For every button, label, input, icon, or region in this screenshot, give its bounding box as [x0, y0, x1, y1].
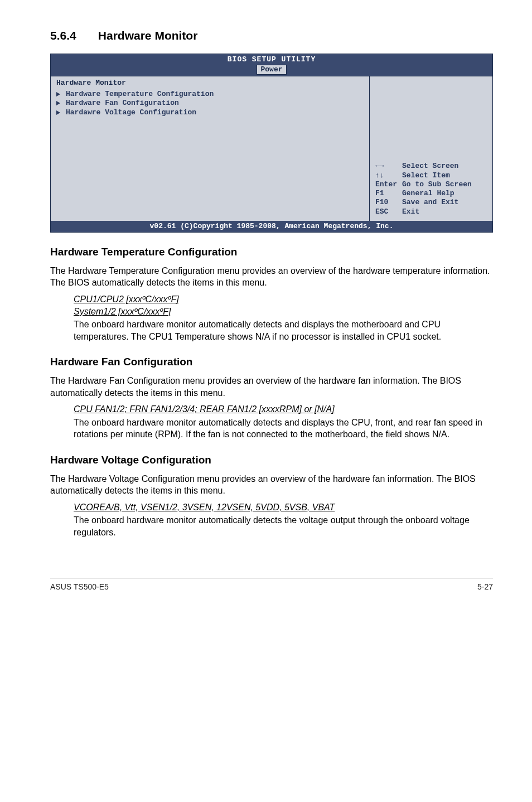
- bios-menu-item: Hardware Fan Configuration: [56, 99, 365, 108]
- bios-tab-power: Power: [257, 65, 286, 75]
- help-key: F10: [375, 198, 402, 207]
- subheading-htc: Hardware Temperature Configuration: [50, 245, 493, 259]
- bios-menu-label: Hardware Fan Configuration: [66, 99, 179, 108]
- help-text: Select Item: [402, 171, 450, 180]
- footer-left: ASUS TS500-E5: [50, 582, 109, 592]
- help-key: Enter: [375, 180, 402, 189]
- paragraph: The Hardware Voltage Configuration menu …: [50, 473, 493, 497]
- bios-help-line: ←→Select Screen: [375, 162, 487, 171]
- bios-menu-list: Hardware Temperature Configuration Hardw…: [51, 89, 369, 122]
- bios-screenshot: BIOS SETUP UTILITY Power Hardware Monito…: [50, 54, 493, 233]
- bios-help-line: F1General Help: [375, 189, 487, 198]
- param-line: VCOREA/B, Vtt, VSEN1/2, 3VSEN, 12VSEN, 5…: [74, 501, 493, 514]
- submenu-arrow-icon: [56, 92, 60, 96]
- help-text: Go to Sub Screen: [402, 180, 472, 189]
- section-title: Hardware Monitor: [98, 29, 198, 42]
- param-line: System1/2 [xxxºC/xxxºF]: [74, 306, 493, 318]
- bios-copyright: v02.61 (C)Copyright 1985-2008, American …: [51, 221, 492, 232]
- footer-right: 5-27: [477, 582, 493, 592]
- submenu-arrow-icon: [56, 101, 60, 105]
- bios-left-pane: Hardware Monitor Hardware Temperature Co…: [51, 76, 370, 221]
- bios-menu-label: Hardware Temperature Configuration: [66, 90, 214, 99]
- paragraph: The onboard hardware monitor automatical…: [74, 318, 493, 342]
- bios-panel-header: Hardware Monitor: [51, 76, 369, 89]
- paragraph: The Hardware Temperature Configuration m…: [50, 265, 493, 289]
- paragraph: The onboard hardware monitor automatical…: [74, 417, 493, 441]
- bios-menu-item: Hardawre Voltage Configuration: [56, 108, 365, 117]
- bios-title: BIOS SETUP UTILITY: [51, 54, 492, 64]
- subheading-hvc: Hardware Voltage Configuration: [50, 453, 493, 467]
- bios-help-pane: ←→Select Screen ↑↓Select Item EnterGo to…: [370, 76, 492, 221]
- bios-body: Hardware Monitor Hardware Temperature Co…: [51, 76, 492, 221]
- help-text: General Help: [402, 189, 454, 197]
- bios-tab-bar: Power: [51, 65, 492, 76]
- help-text: Select Screen: [402, 162, 458, 170]
- help-key: F1: [375, 189, 402, 198]
- help-key: ←→: [375, 162, 402, 171]
- param-line: CPU1/CPU2 [xxxºC/xxxºF]: [74, 293, 493, 306]
- page-footer: ASUS TS500-E5 5-27: [50, 578, 493, 592]
- indented-block: VCOREA/B, Vtt, VSEN1/2, 3VSEN, 12VSEN, 5…: [74, 501, 493, 539]
- indented-block: CPU1/CPU2 [xxxºC/xxxºF] System1/2 [xxxºC…: [74, 293, 493, 342]
- bios-menu-label: Hardawre Voltage Configuration: [66, 108, 196, 117]
- param-line: CPU FAN1/2; FRN FAN1/2/3/4; REAR FAN1/2 …: [74, 403, 493, 416]
- bios-help-line: ↑↓Select Item: [375, 171, 487, 180]
- paragraph: The onboard hardware monitor automatical…: [74, 514, 493, 538]
- paragraph: The Hardware Fan Configuration menu prov…: [50, 375, 493, 399]
- bios-menu-item: Hardware Temperature Configuration: [56, 90, 365, 99]
- section-heading: 5.6.4 Hardware Monitor: [50, 28, 493, 44]
- subheading-hfc: Hardware Fan Configuration: [50, 355, 493, 369]
- help-text: Save and Exit: [402, 198, 458, 206]
- bios-help-line: EnterGo to Sub Screen: [375, 180, 487, 189]
- section-number: 5.6.4: [50, 28, 95, 44]
- bios-help-line: F10Save and Exit: [375, 198, 487, 207]
- submenu-arrow-icon: [56, 110, 60, 115]
- help-key: ↑↓: [375, 171, 402, 180]
- bios-help-line: ESCExit: [375, 207, 487, 216]
- help-key: ESC: [375, 207, 402, 216]
- indented-block: CPU FAN1/2; FRN FAN1/2/3/4; REAR FAN1/2 …: [74, 403, 493, 441]
- help-text: Exit: [402, 207, 419, 216]
